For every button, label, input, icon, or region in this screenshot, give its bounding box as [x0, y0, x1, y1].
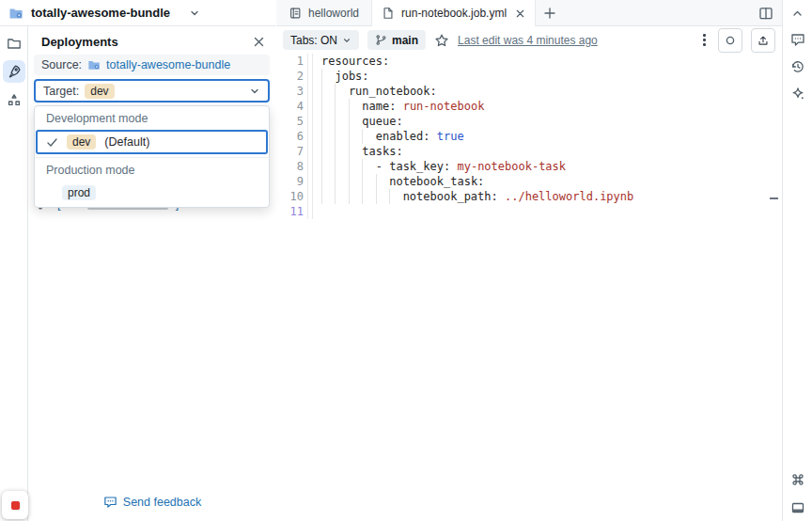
- gutter-divider: [307, 54, 308, 219]
- notification-beacon[interactable]: [2, 491, 28, 519]
- code-token: ../helloworld.ipynb: [505, 190, 633, 203]
- sidebar-item-deployments[interactable]: [3, 60, 25, 83]
- line-number: 1: [276, 54, 304, 69]
- indent-guide: [349, 99, 362, 114]
- share-button[interactable]: [751, 28, 775, 53]
- target-value-badge: dev: [85, 84, 114, 99]
- indent-guide: [349, 174, 362, 189]
- left-rail: [0, 26, 28, 521]
- line-content: - task_key: my-notebook-task: [321, 159, 566, 174]
- bundle-name: totally-awesome-bundle: [31, 6, 170, 20]
- line-content: resources:: [321, 54, 389, 69]
- code-token: my-notebook-task: [457, 160, 566, 173]
- check-icon: [46, 136, 58, 149]
- code-line[interactable]: 4name: run-notebook: [276, 99, 782, 114]
- branch-name: main: [392, 34, 418, 47]
- comments-icon[interactable]: [790, 32, 805, 47]
- env-badge-dev: dev: [67, 134, 96, 150]
- bundle-switcher[interactable]: totally-awesome-bundle: [0, 0, 275, 26]
- feedback-bubble-icon: [103, 495, 117, 509]
- last-edit-link[interactable]: Last edit was 4 minutes ago: [458, 34, 598, 47]
- tab-label: run-notebook.job.yml: [401, 7, 507, 20]
- line-number: 4: [276, 99, 304, 114]
- bottom-panel-icon[interactable]: [790, 500, 805, 515]
- scrollbar-marker[interactable]: [770, 197, 778, 199]
- tab-label: helloworld: [308, 7, 359, 20]
- code-line[interactable]: 10notebook_path: ../helloworld.ipynb: [276, 189, 782, 204]
- code-line[interactable]: 3run_notebook:: [276, 84, 782, 99]
- code-token: run-notebook: [403, 100, 485, 113]
- new-tab-button[interactable]: [536, 0, 564, 25]
- split-view-icon: [758, 6, 773, 21]
- source-bundle-link[interactable]: totally-awesome-bundle: [106, 58, 230, 71]
- keyboard-shortcuts-icon[interactable]: [790, 472, 805, 487]
- indent-guide: [349, 129, 362, 144]
- dag-icon: [7, 92, 22, 107]
- line-content: jobs:: [321, 69, 369, 84]
- chevron-down-icon: [189, 8, 200, 19]
- send-feedback-link[interactable]: Send feedback: [29, 495, 275, 509]
- code-token: true: [437, 130, 464, 143]
- target-select[interactable]: Target: dev: [34, 79, 270, 103]
- code-line[interactable]: 6enabled: true: [276, 129, 782, 144]
- sidebar-item-files[interactable]: [3, 32, 25, 55]
- kebab-menu-button[interactable]: [699, 34, 710, 46]
- code-line[interactable]: 5queue:: [276, 114, 782, 129]
- assistant-sparkle-icon[interactable]: [790, 87, 805, 102]
- indent-guide: [349, 114, 362, 129]
- plus-icon: [543, 7, 556, 20]
- indent-guide: [362, 189, 375, 204]
- indent-guide: [349, 189, 362, 204]
- code-line[interactable]: 2jobs:: [276, 69, 782, 84]
- code-line[interactable]: 11: [276, 204, 782, 219]
- editor-toolbar: Tabs: ON main Last edit was 4 minutes ag…: [276, 27, 782, 53]
- source-label: Source:: [41, 58, 82, 71]
- line-number: 7: [276, 144, 304, 159]
- code-editor[interactable]: 1resources:2jobs:3run_notebook:4name: ru…: [276, 54, 782, 521]
- code-token: queue:: [362, 115, 402, 128]
- line-content: name: run-notebook: [321, 99, 484, 114]
- right-rail-bottom: [790, 472, 805, 515]
- line-content: run_notebook:: [321, 84, 437, 99]
- indent-guide: [335, 99, 348, 114]
- tabs-toggle-label: Tabs: ON: [290, 34, 337, 47]
- indent-guide: [321, 84, 335, 99]
- line-number: 6: [276, 129, 304, 144]
- dropdown-option-prod[interactable]: prod: [35, 181, 269, 203]
- line-number: 10: [276, 189, 304, 204]
- line-number: 3: [276, 84, 304, 99]
- code-line[interactable]: 8- task_key: my-notebook-task: [276, 159, 782, 174]
- panel-title: Deployments: [41, 35, 118, 49]
- indent-guide: [389, 189, 402, 204]
- chevron-down-icon: [249, 86, 260, 97]
- tabs-toggle-button[interactable]: Tabs: ON: [283, 30, 359, 50]
- collapse-chevron-up-icon[interactable]: [791, 8, 804, 20]
- sidebar-item-resources[interactable]: [3, 88, 25, 111]
- code-line[interactable]: 9notebook_task:: [276, 174, 782, 189]
- folder-icon: [7, 36, 22, 51]
- split-view-button[interactable]: [758, 0, 782, 25]
- indent-guide: [362, 129, 375, 144]
- indent-guide: [335, 84, 348, 99]
- code-line[interactable]: 7tasks:: [276, 144, 782, 159]
- line-number: 5: [276, 114, 304, 129]
- tab-run-notebook-job-yml[interactable]: run-notebook.job.yml: [372, 0, 536, 26]
- line-content: notebook_task:: [321, 174, 484, 189]
- code-line[interactable]: 1resources:: [276, 54, 782, 69]
- close-tab-icon[interactable]: [515, 8, 525, 19]
- status-circle-button[interactable]: [718, 28, 742, 53]
- indent-guide: [321, 129, 335, 144]
- editor-tabstrip: helloworld run-notebook.job.yml: [276, 0, 782, 26]
- favorite-star-icon[interactable]: [434, 33, 449, 48]
- close-panel-button[interactable]: [250, 33, 267, 50]
- tab-helloworld[interactable]: helloworld: [276, 0, 372, 25]
- chevron-down-icon: [342, 36, 351, 45]
- code-token: run_notebook:: [349, 85, 437, 98]
- line-content: tasks:: [321, 144, 403, 159]
- version-history-icon[interactable]: [790, 59, 805, 74]
- git-branch-badge[interactable]: main: [367, 30, 426, 50]
- target-label: Target:: [43, 85, 79, 98]
- line-content: queue:: [321, 114, 403, 129]
- circle-icon: [724, 34, 737, 47]
- dropdown-option-dev[interactable]: dev (Default): [36, 130, 268, 154]
